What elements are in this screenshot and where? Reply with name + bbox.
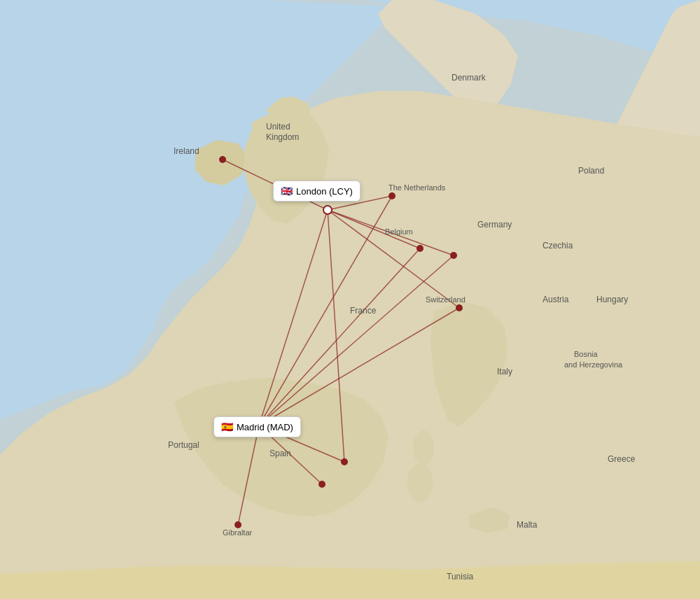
zurich-dot [456,304,463,311]
svg-point-1 [413,430,434,465]
london-label: 🇬🇧 London (LCY) [273,181,360,202]
ireland-dot [219,156,226,163]
map-svg: Ireland United Kingdom Denmark The Nethe… [0,0,700,599]
gibraltar-dot [234,521,241,528]
svg-text:Belgium: Belgium [385,227,413,236]
svg-text:Bosnia: Bosnia [574,350,598,358]
svg-text:Germany: Germany [477,220,512,230]
svg-text:and Herzegovina: and Herzegovina [564,360,623,369]
svg-text:France: France [350,306,377,316]
svg-text:Denmark: Denmark [451,73,486,83]
svg-text:Czechia: Czechia [542,241,573,251]
amsterdam-dot [388,192,396,199]
svg-text:United: United [266,122,290,132]
madrid-label-text: Madrid (MAD) [237,422,293,432]
svg-text:Greece: Greece [608,454,636,464]
svg-text:Ireland: Ireland [174,146,200,156]
uk-flag-icon: 🇬🇧 [281,185,293,197]
svg-text:Gibraltar: Gibraltar [223,528,253,537]
svg-text:Kingdom: Kingdom [266,132,299,142]
barcelona-dot [341,458,348,465]
svg-text:Poland: Poland [578,166,604,176]
frankfurt-dot [450,252,457,259]
madrid-label: 🇪🇸 Madrid (MAD) [214,416,301,437]
spain-flag-icon: 🇪🇸 [221,421,233,432]
svg-text:Italy: Italy [497,367,512,376]
svg-text:Spain: Spain [270,449,291,458]
svg-text:Austria: Austria [542,295,569,304]
brussels-dot [416,245,424,252]
svg-text:Malta: Malta [517,520,538,530]
svg-text:Switzerland: Switzerland [426,295,465,304]
london-dot [323,206,332,214]
svg-point-2 [407,463,433,502]
svg-text:The Netherlands: The Netherlands [388,183,446,192]
svg-text:Hungary: Hungary [596,295,628,304]
london-label-text: London (LCY) [296,186,353,197]
svg-text:Tunisia: Tunisia [447,572,474,582]
svg-text:Portugal: Portugal [168,440,200,450]
valencia-dot [318,481,326,488]
map-container: Ireland United Kingdom Denmark The Nethe… [0,0,700,599]
